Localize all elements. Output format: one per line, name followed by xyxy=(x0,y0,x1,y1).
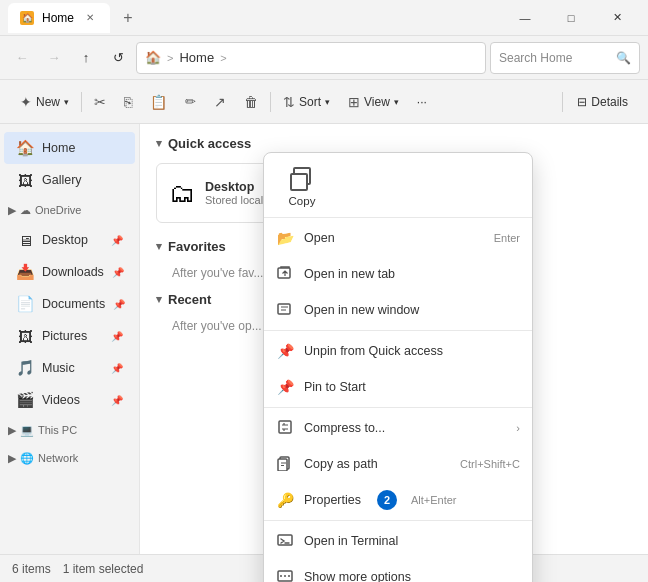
sidebar-item-videos[interactable]: 🎬 Videos 📌 xyxy=(4,384,135,416)
sort-button[interactable]: ⇅ Sort ▾ xyxy=(275,86,338,118)
copy-icon-front xyxy=(290,173,308,191)
search-box[interactable]: Search Home 🔍 xyxy=(490,42,640,74)
downloads-icon: 📥 xyxy=(16,263,34,281)
minimize-button[interactable]: — xyxy=(502,0,548,36)
svg-rect-1 xyxy=(278,304,290,314)
delete-button[interactable]: 🗑 xyxy=(236,86,266,118)
up-button[interactable]: ↑ xyxy=(72,44,100,72)
context-separator-3 xyxy=(264,520,532,521)
context-open-new-tab-label: Open in new tab xyxy=(304,267,395,281)
details-button[interactable]: ⊟ Details xyxy=(569,86,636,118)
toolbar-separator2 xyxy=(270,92,271,112)
favorites-toggle[interactable]: ▾ xyxy=(156,240,162,253)
context-item-unpin[interactable]: 📌 Unpin from Quick access xyxy=(264,333,532,369)
sidebar-expand-thispc[interactable]: ▶ 💻 This PC xyxy=(0,416,139,444)
desktop-icon: 🖥 xyxy=(16,232,34,249)
tab-close-button[interactable]: ✕ xyxy=(82,10,98,26)
back-button[interactable]: ← xyxy=(8,44,36,72)
desktop-folder-sub: Stored locally xyxy=(205,194,271,206)
view-button[interactable]: ⊞ View ▾ xyxy=(340,86,407,118)
sort-dropdown-icon: ▾ xyxy=(325,97,330,107)
forward-button[interactable]: → xyxy=(40,44,68,72)
context-copy-button[interactable]: Copy xyxy=(272,161,332,213)
more-button[interactable]: ··· xyxy=(409,86,435,118)
tab-home[interactable]: 🏠 Home ✕ xyxy=(8,3,110,33)
context-unpin-label: Unpin from Quick access xyxy=(304,344,443,358)
expand-icon-pc: ▶ xyxy=(8,424,16,437)
copy-icon: ⎘ xyxy=(124,94,132,110)
tab-area: 🏠 Home ✕ + xyxy=(8,3,502,33)
context-more-options-label: Show more options xyxy=(304,570,411,582)
new-dropdown-icon: ▾ xyxy=(64,97,69,107)
new-button[interactable]: ✦ New ▾ xyxy=(12,86,77,118)
sidebar-item-home[interactable]: 🏠 Home xyxy=(4,132,135,164)
sidebar-item-documents[interactable]: 📄 Documents 📌 xyxy=(4,288,135,320)
sidebar-item-downloads[interactable]: 📥 Downloads 📌 xyxy=(4,256,135,288)
paste-button[interactable]: 📋 xyxy=(142,86,175,118)
search-icon: 🔍 xyxy=(616,51,631,65)
context-item-more-options[interactable]: Show more options xyxy=(264,559,532,582)
more-icon: ··· xyxy=(417,95,427,109)
svg-rect-0 xyxy=(278,268,290,278)
open-icon: 📂 xyxy=(276,230,294,246)
cut-button[interactable]: ✂ xyxy=(86,86,114,118)
open-shortcut: Enter xyxy=(494,232,520,244)
network-icon: 🌐 xyxy=(20,452,34,465)
sidebar-expand-network[interactable]: ▶ 🌐 Network xyxy=(0,444,139,472)
share-button[interactable]: ↗ xyxy=(206,86,234,118)
copy-path-shortcut: Ctrl+Shift+C xyxy=(460,458,520,470)
onedrive-icon: ☁ xyxy=(20,204,31,217)
context-compress-label: Compress to... xyxy=(304,421,385,435)
context-pin-start-label: Pin to Start xyxy=(304,380,366,394)
context-menu-top-section: Copy xyxy=(264,157,532,218)
context-item-terminal[interactable]: Open in Terminal xyxy=(264,523,532,559)
context-open-label: Open xyxy=(304,231,335,245)
new-icon: ✦ xyxy=(20,94,32,110)
maximize-button[interactable]: □ xyxy=(548,0,594,36)
sidebar-item-music[interactable]: 🎵 Music 📌 xyxy=(4,352,135,384)
pin-icon-videos: 📌 xyxy=(111,395,123,406)
copy-icon-wrapper xyxy=(290,167,314,191)
pin-icon-downloads: 📌 xyxy=(112,267,124,278)
desktop-folder-info: Desktop Stored locally xyxy=(205,180,271,206)
sidebar-item-desktop[interactable]: 🖥 Desktop 📌 xyxy=(4,224,135,256)
expand-icon-net: ▶ xyxy=(8,452,16,465)
section-toggle[interactable]: ▾ xyxy=(156,137,162,150)
quick-access-label: Quick access xyxy=(168,136,251,151)
favorites-label: Favorites xyxy=(168,239,226,254)
window-controls: — □ ✕ xyxy=(502,0,640,36)
sidebar-expand-onedrive[interactable]: ▶ ☁ OneDrive xyxy=(0,196,139,224)
context-item-open[interactable]: 📂 Open Enter xyxy=(264,220,532,256)
open-new-tab-icon xyxy=(276,265,294,284)
sidebar-item-gallery[interactable]: 🖼 Gallery xyxy=(4,164,135,196)
cut-icon: ✂ xyxy=(94,94,106,110)
refresh-button[interactable]: ↺ xyxy=(104,44,132,72)
context-item-compress[interactable]: Compress to... › xyxy=(264,410,532,446)
context-menu: Copy 📂 Open Enter Open in new tab Open i… xyxy=(263,152,533,582)
recent-toggle[interactable]: ▾ xyxy=(156,293,162,306)
sidebar-item-pictures[interactable]: 🖼 Pictures 📌 xyxy=(4,320,135,352)
tab-home-icon: 🏠 xyxy=(20,11,34,25)
home-sidebar-icon: 🏠 xyxy=(16,139,34,157)
context-item-pin-start[interactable]: 📌 Pin to Start xyxy=(264,369,532,405)
context-item-open-new-window[interactable]: Open in new window xyxy=(264,292,532,328)
home-icon: 🏠 xyxy=(145,50,161,65)
copy-path-icon xyxy=(276,455,294,474)
address-bar[interactable]: 🏠 > Home > xyxy=(136,42,486,74)
rename-button[interactable]: ✏ xyxy=(177,86,204,118)
context-item-open-new-tab[interactable]: Open in new tab xyxy=(264,256,532,292)
pin-icon-pictures: 📌 xyxy=(111,331,123,342)
toolbar: ✦ New ▾ ✂ ⎘ 📋 ✏ ↗ 🗑 ⇅ Sort ▾ ⊞ View ▾ ··… xyxy=(0,80,648,124)
details-icon: ⊟ xyxy=(577,95,587,109)
more-options-icon xyxy=(276,568,294,583)
context-item-copy-path[interactable]: Copy as path Ctrl+Shift+C xyxy=(264,446,532,482)
copy-button[interactable]: ⎘ xyxy=(116,86,140,118)
pin-icon-music: 📌 xyxy=(111,363,123,374)
context-copy-path-label: Copy as path xyxy=(304,457,378,471)
new-tab-button[interactable]: + xyxy=(114,4,142,32)
close-button[interactable]: ✕ xyxy=(594,0,640,36)
tab-home-label: Home xyxy=(42,11,74,25)
badge-2: 2 xyxy=(377,490,397,510)
pin-icon-desktop: 📌 xyxy=(111,235,123,246)
context-item-properties[interactable]: 🔑 Properties 2 Alt+Enter xyxy=(264,482,532,518)
